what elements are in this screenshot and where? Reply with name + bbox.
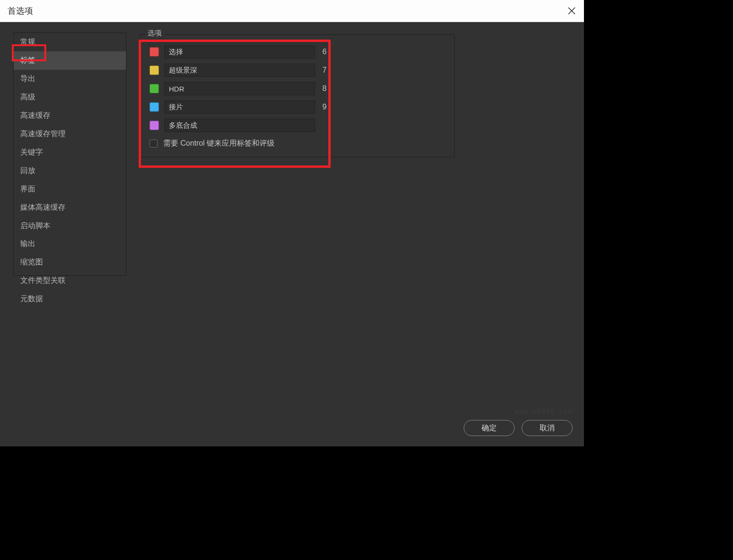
ok-button[interactable]: 确定: [464, 420, 515, 436]
sidebar-item-5[interactable]: 高速缓存管理: [14, 125, 126, 143]
label-row-2: 8: [150, 82, 445, 95]
sidebar-item-11[interactable]: 输出: [14, 235, 126, 253]
label-input-2[interactable]: [164, 82, 315, 95]
label-input-3[interactable]: [164, 100, 315, 114]
sidebar-item-10[interactable]: 启动脚本: [14, 217, 126, 235]
sidebar: 常规标签导出高级高速缓存高速缓存管理关键字回放界面媒体高速缓存启动脚本输出缩览图…: [13, 33, 126, 276]
cancel-button[interactable]: 取消: [522, 420, 573, 436]
color-swatch-2[interactable]: [150, 84, 159, 93]
label-row-3: 9: [150, 100, 445, 114]
label-row-4: [150, 119, 445, 132]
checkbox-label: 需要 Control 键来应用标签和评级: [163, 139, 275, 148]
titlebar: 首选项: [0, 0, 584, 22]
options-group: 选项 6789 需要 Control 键来应用标签和评级: [140, 34, 455, 157]
preferences-window: 首选项 常规标签导出高级高速缓存高速缓存管理关键字回放界面媒体高速缓存启动脚本输…: [0, 0, 584, 446]
shortcut-1: 7: [320, 66, 329, 74]
label-row-1: 7: [150, 64, 445, 77]
sidebar-item-2[interactable]: 导出: [14, 70, 126, 88]
sidebar-item-12[interactable]: 缩览图: [14, 253, 126, 272]
sidebar-item-13[interactable]: 文件类型关联: [14, 272, 126, 290]
close-icon[interactable]: [567, 6, 576, 16]
label-input-0[interactable]: [164, 45, 315, 58]
sidebar-item-4[interactable]: 高速缓存: [14, 107, 126, 125]
checkbox-icon[interactable]: [150, 140, 158, 148]
sidebar-item-14[interactable]: 元数据: [14, 290, 126, 308]
sidebar-item-8[interactable]: 界面: [14, 180, 126, 198]
watermark-text: WWW.ERBEO.COM: [515, 408, 573, 415]
sidebar-item-1[interactable]: 标签: [14, 51, 126, 70]
require-control-checkbox-row[interactable]: 需要 Control 键来应用标签和评级: [150, 139, 445, 148]
footer-buttons: 确定 取消: [464, 420, 573, 436]
sidebar-item-6[interactable]: 关键字: [14, 143, 126, 162]
window-title: 首选项: [8, 5, 33, 16]
options-legend: 选项: [145, 29, 165, 38]
color-swatch-1[interactable]: [150, 66, 159, 75]
content-area: 常规标签导出高级高速缓存高速缓存管理关键字回放界面媒体高速缓存启动脚本输出缩览图…: [0, 22, 584, 446]
shortcut-0: 6: [320, 48, 329, 56]
label-input-4[interactable]: [164, 119, 315, 132]
color-swatch-3[interactable]: [150, 102, 159, 112]
sidebar-item-3[interactable]: 高级: [14, 88, 126, 107]
sidebar-item-9[interactable]: 媒体高速缓存: [14, 198, 126, 217]
sidebar-item-0[interactable]: 常规: [14, 33, 126, 51]
sidebar-item-7[interactable]: 回放: [14, 162, 126, 180]
color-swatch-4[interactable]: [150, 121, 159, 130]
label-row-0: 6: [150, 45, 445, 58]
label-input-1[interactable]: [164, 64, 315, 77]
color-swatch-0[interactable]: [150, 47, 159, 57]
shortcut-3: 9: [320, 103, 329, 111]
shortcut-2: 8: [320, 84, 329, 93]
main-panel: 选项 6789 需要 Control 键来应用标签和评级: [140, 33, 575, 438]
